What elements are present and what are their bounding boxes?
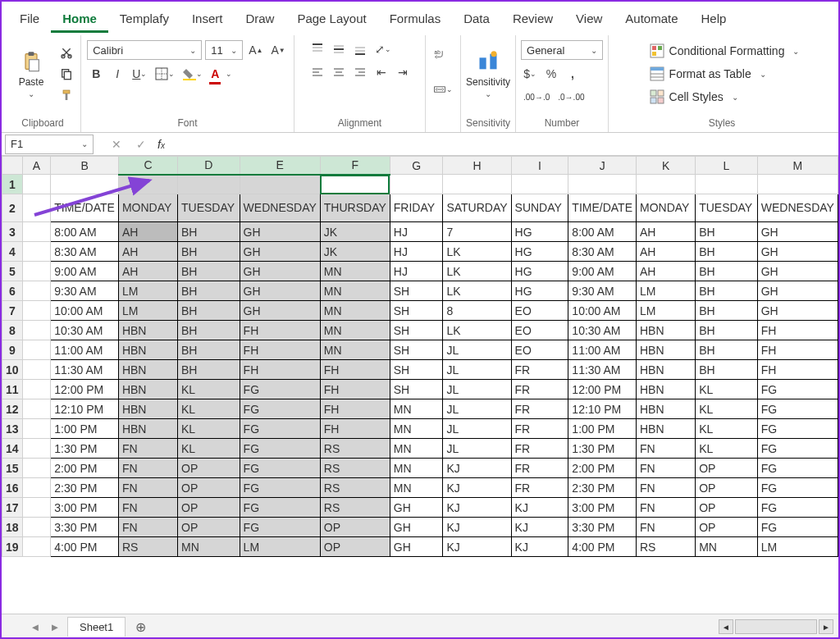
decrease-font-button[interactable]: A▼ <box>269 41 288 59</box>
column-header-K[interactable]: K <box>637 157 696 175</box>
cell[interactable]: HBN <box>637 340 696 360</box>
tab-automate[interactable]: Automate <box>614 7 689 33</box>
cell[interactable] <box>637 175 696 194</box>
tab-data[interactable]: Data <box>452 7 501 33</box>
tab-insert[interactable]: Insert <box>180 7 235 33</box>
cell[interactable]: FH <box>320 380 390 399</box>
row-header[interactable]: 5 <box>2 262 23 281</box>
cell[interactable]: SH <box>390 281 443 301</box>
cell[interactable]: OP <box>178 518 240 537</box>
row-header[interactable]: 14 <box>2 439 23 459</box>
cell[interactable]: HBN <box>118 360 177 380</box>
cell[interactable]: BH <box>696 301 758 321</box>
cell[interactable]: KL <box>178 439 240 459</box>
column-header-H[interactable]: H <box>443 157 511 175</box>
cell[interactable]: FG <box>240 399 320 419</box>
cell[interactable] <box>390 175 443 194</box>
cell[interactable] <box>22 262 51 281</box>
cell[interactable]: 12:00 PM <box>568 380 637 399</box>
cell[interactable]: 10:00 AM <box>51 301 119 321</box>
cell[interactable]: GH <box>240 262 320 281</box>
column-header-G[interactable]: G <box>390 157 443 175</box>
cell[interactable] <box>511 175 568 194</box>
align-middle-button[interactable] <box>330 40 348 58</box>
cell[interactable]: MONDAY <box>118 194 177 222</box>
cell[interactable]: KL <box>178 399 240 419</box>
cell[interactable]: KJ <box>511 518 568 537</box>
cell[interactable]: TIME/DATE <box>51 194 119 222</box>
cell[interactable]: HBN <box>637 380 696 399</box>
cell[interactable]: KL <box>696 439 758 459</box>
add-sheet-button[interactable]: ⊕ <box>130 617 150 637</box>
cell[interactable] <box>22 321 51 340</box>
row-header[interactable]: 13 <box>2 419 23 439</box>
cell[interactable]: GH <box>240 242 320 262</box>
cell[interactable]: HG <box>511 242 568 262</box>
cell[interactable] <box>22 498 51 518</box>
column-header-L[interactable]: L <box>696 157 758 175</box>
enter-formula-button[interactable]: ✓ <box>133 138 149 151</box>
cell[interactable]: KJ <box>443 459 511 478</box>
cell[interactable]: 4:00 PM <box>568 537 637 557</box>
cell[interactable]: GH <box>390 518 443 537</box>
cell[interactable] <box>51 175 119 194</box>
cell[interactable]: GH <box>390 498 443 518</box>
cell[interactable]: JL <box>443 380 511 399</box>
row-header[interactable]: 12 <box>2 399 23 419</box>
cell[interactable]: MN <box>390 419 443 439</box>
row-header[interactable]: 15 <box>2 459 23 478</box>
cell[interactable] <box>22 281 51 301</box>
cell[interactable]: HBN <box>118 419 177 439</box>
cell[interactable]: HJ <box>390 222 443 242</box>
cell[interactable]: AH <box>118 242 177 262</box>
cell[interactable]: LM <box>637 281 696 301</box>
cell[interactable]: 8:00 AM <box>568 222 637 242</box>
cell[interactable]: 4:00 PM <box>51 537 119 557</box>
cell[interactable]: 1:00 PM <box>568 419 637 439</box>
cell[interactable]: KJ <box>443 478 511 498</box>
cell[interactable]: GH <box>240 222 320 242</box>
accounting-format-button[interactable]: $⌄ <box>521 65 539 83</box>
cell[interactable]: FN <box>637 478 696 498</box>
row-header[interactable]: 2 <box>2 194 23 222</box>
cell[interactable]: JL <box>443 399 511 419</box>
cell[interactable]: GH <box>757 281 838 301</box>
cell[interactable]: 9:30 AM <box>568 281 637 301</box>
cell[interactable]: GH <box>757 242 838 262</box>
cell[interactable]: 1:00 PM <box>51 419 119 439</box>
cell[interactable]: MN <box>320 281 390 301</box>
wrap-text-button[interactable]: ab <box>431 40 449 70</box>
cell[interactable]: LM <box>757 537 838 557</box>
column-header-E[interactable]: E <box>240 157 320 175</box>
cell[interactable]: OP <box>320 518 390 537</box>
cell[interactable]: HBN <box>637 321 696 340</box>
decrease-indent-button[interactable]: ⇤ <box>372 63 390 81</box>
column-header-C[interactable]: C <box>118 157 177 175</box>
cell[interactable]: KL <box>178 419 240 439</box>
row-header[interactable]: 11 <box>2 380 23 399</box>
horizontal-scrollbar[interactable]: ◄ ► <box>719 619 838 634</box>
cell[interactable]: 12:10 PM <box>568 399 637 419</box>
cell[interactable]: HJ <box>390 242 443 262</box>
cell[interactable]: BH <box>178 301 240 321</box>
cell[interactable]: RS <box>118 537 177 557</box>
paste-button[interactable]: Paste ⌄ <box>10 40 52 107</box>
underline-button[interactable]: U⌄ <box>130 65 149 83</box>
cell[interactable]: OP <box>696 459 758 478</box>
spreadsheet-area[interactable]: ABCDEFGHIJKLM12TIME/DATEMONDAYTUESDAYWED… <box>2 156 838 614</box>
cell[interactable]: OP <box>696 518 758 537</box>
cell[interactable]: KJ <box>511 498 568 518</box>
row-header[interactable]: 19 <box>2 537 23 557</box>
row-header[interactable]: 1 <box>2 175 23 194</box>
cell[interactable]: FG <box>240 439 320 459</box>
cell[interactable]: BH <box>178 222 240 242</box>
cell[interactable] <box>118 175 177 194</box>
cell[interactable]: 2:00 PM <box>568 459 637 478</box>
cell[interactable]: FN <box>118 518 177 537</box>
sheet-nav-next[interactable]: ► <box>48 621 62 633</box>
cell[interactable]: FG <box>757 478 838 498</box>
cell[interactable]: 11:30 AM <box>568 360 637 380</box>
cell[interactable] <box>696 175 758 194</box>
number-format-select[interactable]: General⌄ <box>521 40 603 60</box>
sheet-tab[interactable]: Sheet1 <box>67 617 126 637</box>
